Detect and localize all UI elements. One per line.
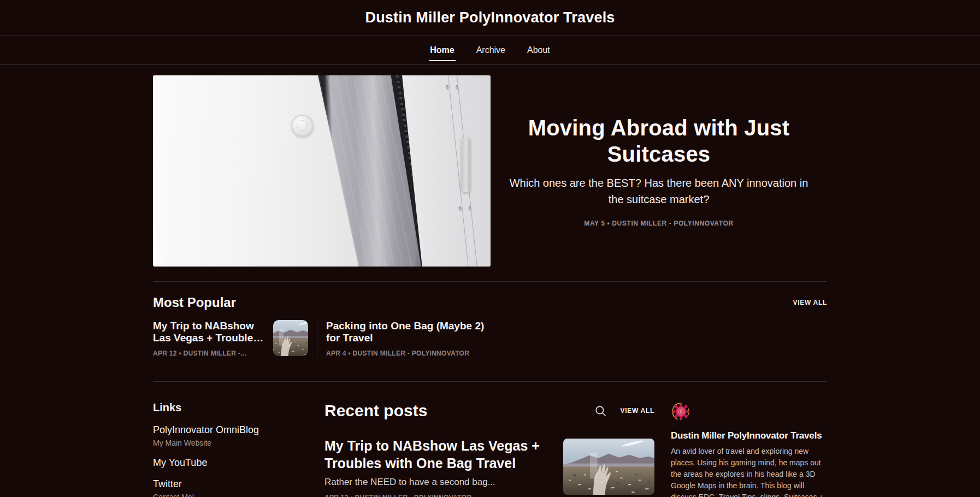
section-divider [153,281,827,282]
masthead: Dustin Miller PolyInnovator Travels [0,0,980,36]
link-youtube[interactable]: My YouTube [153,457,308,469]
most-popular-heading: Most Popular [153,295,236,310]
bottom-section: Links PolyInnovator OmniBlog My Main Web… [153,401,827,497]
recent-posts-heading: Recent posts [324,401,427,420]
search-button[interactable] [594,404,607,418]
las-vegas-photo [273,320,308,356]
popular-post-byline: APR 12 • DUSTIN MILLER -… [153,350,264,357]
rivet [446,85,449,90]
publication-about-column: Dustin Miller PolyInnovator Travels An a… [671,401,827,497]
list-item: My YouTube [153,457,308,469]
most-popular-section: Most Popular VIEW ALL My Trip to NABshow… [153,295,827,358]
featured-post-subtitle: Which ones are the BEST? Has there been … [507,175,811,208]
list-item: PolyInnovator OmniBlog My Main Website [153,424,308,447]
recent-post-subtitle: Rather the NEED to have a second bag... [324,477,552,488]
main-nav: Home Archive About [0,36,980,65]
recent-post-byline: APR 12 • DUSTIN MILLER - POLYINNOVATOR [324,494,552,497]
featured-post-body: Moving Abroad with Just Suitcases Which … [491,75,827,267]
popular-post-1[interactable]: My Trip to NABshow Las Vegas + Troubles … [153,320,308,358]
blog-homepage: { "theme": { "background": "#170808", "t… [0,0,980,497]
nav-tab-about[interactable]: About [526,37,551,64]
las-vegas-photo [563,439,654,495]
link-omniblog[interactable]: PolyInnovator OmniBlog [153,424,308,436]
featured-post-image[interactable] [153,75,491,267]
recent-post-title[interactable]: My Trip to NABshow Las Vegas + Troubles … [324,438,540,471]
link-subtitle: Contact Me! [153,493,308,497]
popular-post-2[interactable]: Packing into One Bag (Maybe 2) for Trave… [326,320,498,358]
recent-view-all-link[interactable]: VIEW ALL [621,407,654,415]
recent-posts-column: Recent posts VIEW ALL My Trip to NABshow… [324,401,654,497]
link-twitter[interactable]: Twitter [153,478,308,490]
nav-tab-home[interactable]: Home [429,37,455,64]
publication-title[interactable]: Dustin Miller PolyInnovator Travels [671,430,827,441]
polyinnovator-gear-logo-icon [671,401,691,422]
recent-post[interactable]: My Trip to NABshow Las Vegas + Troubles … [324,437,654,497]
publication-description: An avid lover of travel and exploring ne… [671,446,827,497]
rivet [456,85,459,90]
vertical-divider [317,320,317,358]
links-column: Links PolyInnovator OmniBlog My Main Web… [153,401,308,497]
suitcase-handle [462,137,470,192]
popular-post-byline: APR 4 • DUSTIN MILLER - POLYINNOVATOR [326,350,498,357]
publication-logo-link[interactable] [671,401,691,422]
most-popular-view-all-link[interactable]: VIEW ALL [793,299,827,306]
site-title[interactable]: Dustin Miller PolyInnovator Travels [365,9,615,26]
recent-actions: VIEW ALL [594,404,654,418]
link-subtitle: My Main Website [153,439,308,447]
popular-post-thumbnail[interactable] [273,320,308,356]
nav-tab-archive[interactable]: Archive [475,37,506,64]
featured-post-title[interactable]: Moving Abroad with Just Suitcases [507,115,811,167]
section-divider [153,381,827,382]
rivet [468,206,471,211]
featured-post: Moving Abroad with Just Suitcases Which … [153,75,827,267]
links-heading: Links [153,401,308,414]
featured-post-byline: MAY 5 • DUSTIN MILLER - POLYINNOVATOR [584,220,733,227]
rivet [458,206,462,211]
main-content: Moving Abroad with Just Suitcases Which … [153,75,827,497]
popular-post-title[interactable]: My Trip to NABshow Las Vegas + Troubles … [153,320,264,345]
recent-post-thumbnail[interactable] [563,439,654,495]
popular-post-title[interactable]: Packing into One Bag (Maybe 2) for Trave… [326,320,498,345]
search-icon [595,405,606,417]
most-popular-row: My Trip to NABshow Las Vegas + Troubles … [153,320,827,358]
list-item: Twitter Contact Me! [153,478,308,497]
suitcase-badge [291,115,313,137]
